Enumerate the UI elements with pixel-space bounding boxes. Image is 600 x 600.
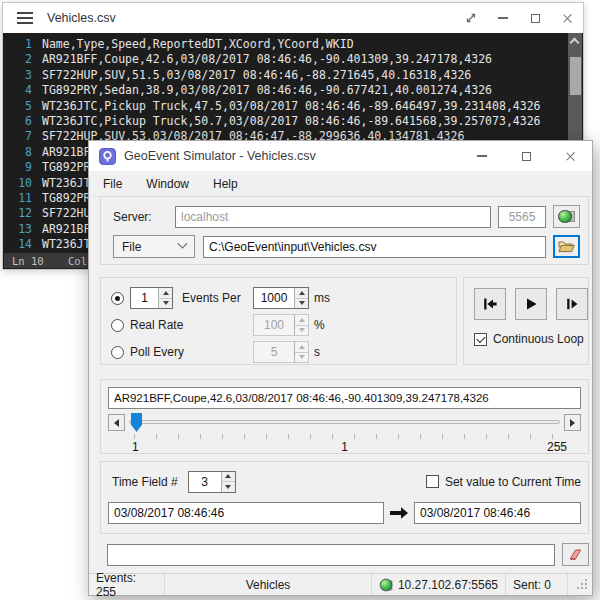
source-type-dropdown[interactable]: File [113,235,195,258]
endpoint-address: 10.27.102.67:5565 [398,578,498,592]
slider-track[interactable] [129,420,560,424]
slider-max-label: 255 [547,440,567,454]
csv-line: 3SF722HUP,SUV,51.5,03/08/2017 08:46:46,-… [4,68,582,83]
eraser-icon [567,548,584,561]
menu-file[interactable]: File [93,177,132,191]
clear-log-button[interactable] [562,543,589,566]
real-rate-spinner: 100 [253,314,309,336]
left-arrow-icon [114,419,119,427]
simulator-window-title: GeoEvent Simulator - Vehicles.csv [124,149,460,163]
sent-count: Sent: 0 [513,578,551,592]
server-input[interactable] [175,206,491,228]
column-indicator: Col [68,255,87,267]
skip-to-start-button[interactable] [474,288,506,320]
server-label: Server: [113,210,175,224]
geoevent-simulator-window: GeoEvent Simulator - Vehicles.csv File W… [88,140,593,596]
csv-line: 6WT236JTC,Pickup Truck,50.7,03/08/2017 0… [4,114,582,129]
dataset-name: Vehicles [246,578,291,592]
file-path-input[interactable] [203,236,546,258]
editor-title-bar: Vehicles.csv [3,3,583,33]
playback-group: Continuous Loop [463,277,589,365]
real-rate-radio[interactable] [111,319,124,332]
slider-thumb[interactable] [131,413,142,432]
chevron-down-icon [178,239,188,249]
log-row [107,543,589,566]
continuous-loop-checkbox[interactable] [474,333,487,346]
slider-ticks [134,434,555,439]
connection-group: Server: File [100,196,589,265]
hamburger-menu-icon[interactable] [17,12,33,24]
time-from-field[interactable] [108,502,384,524]
close-button[interactable] [551,3,583,33]
csv-line: 2AR921BFF,Coupe,42.6,03/08/2017 08:46:46… [4,52,582,67]
poll-every-label: Poll Every [130,345,184,359]
right-arrow-icon [570,419,575,427]
event-slider[interactable] [108,413,581,433]
interval-unit-label: ms [314,291,330,305]
simulator-title-bar: GeoEvent Simulator - Vehicles.csv [89,141,592,171]
spinner-up-icon[interactable] [159,288,172,298]
set-current-time-label: Set value to Current Time [445,475,581,489]
events-per-radio[interactable] [111,292,124,305]
event-preview-group: 1 1 255 [100,379,589,454]
poll-every-spinner: 5 [253,341,309,363]
poll-every-radio[interactable] [111,346,124,359]
minimize-button[interactable] [487,3,519,33]
editor-window-controls [455,3,583,33]
slider-labels: 1 1 255 [108,440,581,456]
play-icon [522,295,540,313]
rate-group: 1 Events Per 1000 ms Real Rate 100 [100,277,457,365]
current-event-field[interactable] [108,387,581,409]
geoevent-logo-icon [99,148,116,165]
connect-button[interactable] [553,205,580,228]
line-indicator: Ln 10 [12,255,44,267]
menu-bar: File Window Help [89,171,592,197]
slider-mid-label: 1 [341,440,348,454]
step-icon [563,295,581,313]
minimize-button[interactable] [460,141,504,171]
resize-grip-icon[interactable] [577,579,588,590]
slider-left-button[interactable] [108,414,125,431]
maximize-button[interactable] [519,3,551,33]
events-per-label: Events Per [182,291,241,305]
spinner-down-icon[interactable] [295,298,308,309]
time-field-spinner[interactable]: 3 [188,471,236,493]
source-type-value: File [122,240,179,254]
csv-line: 5WT236JTC,Pickup Truck,47.5,03/08/2017 0… [4,99,582,114]
screen: Vehicles.csv 1Name,Type,Speed,ReportedDT… [0,0,600,600]
play-button[interactable] [515,288,547,320]
time-field-group: Time Field # 3 Set value to Current Time [100,461,589,534]
poll-unit-label: s [314,345,320,359]
set-current-time-checkbox[interactable] [426,475,439,488]
browse-file-button[interactable] [553,235,580,258]
scroll-up-icon[interactable] [570,38,580,48]
real-rate-unit-label: % [314,318,325,332]
csv-line: 1Name,Type,Speed,ReportedDT,XCoord,YCoor… [4,37,582,52]
scrollbar-thumb[interactable] [570,57,581,95]
events-count-spinner[interactable]: 1 [130,287,173,309]
maximize-button[interactable] [504,141,548,171]
close-button[interactable] [548,141,592,171]
port-input[interactable] [498,206,546,228]
events-count: Events: 255 [96,571,157,599]
spinner-down-icon[interactable] [159,298,172,309]
simulator-status-bar: Events: 255 Vehicles 10.27.102.67:5565 S… [89,573,592,595]
expand-icon[interactable] [455,3,487,33]
message-log-field[interactable] [107,544,555,566]
real-rate-label: Real Rate [130,318,183,332]
spinner-up-icon[interactable] [295,288,308,298]
slider-right-button[interactable] [564,414,581,431]
interval-spinner[interactable]: 1000 [253,287,309,309]
spinner-down-icon[interactable] [222,481,235,492]
csv-line: 4TG892PRY,Sedan,38.9,03/08/2017 08:46:46… [4,83,582,98]
spinner-up-icon[interactable] [222,472,235,482]
menu-window[interactable]: Window [136,177,199,191]
menu-help[interactable]: Help [203,177,248,191]
time-to-field[interactable] [414,502,581,524]
slider-min-label: 1 [132,440,139,454]
step-button[interactable] [556,288,588,320]
editor-window-title: Vehicles.csv [47,11,455,25]
continuous-loop-label: Continuous Loop [493,332,584,346]
skip-to-start-icon [481,295,499,313]
simulator-window-controls [460,141,592,171]
